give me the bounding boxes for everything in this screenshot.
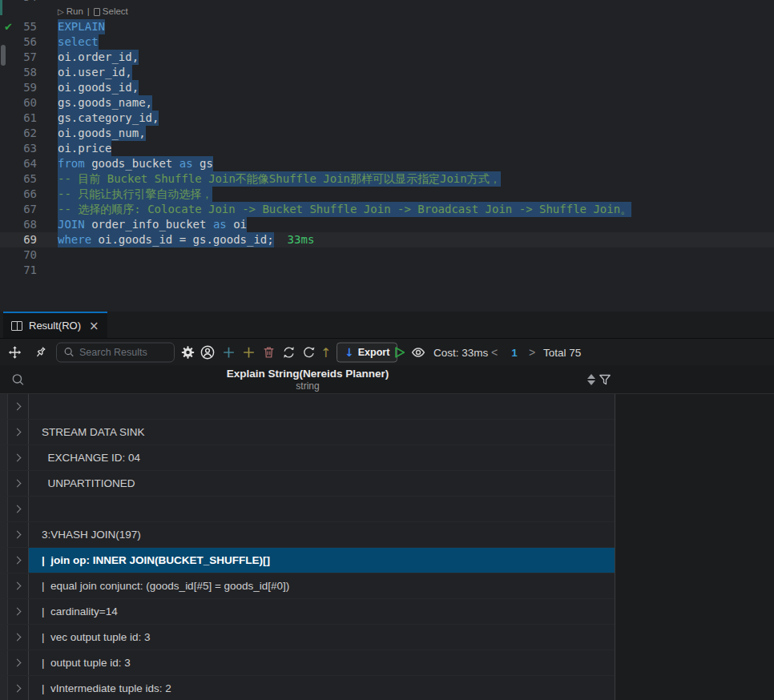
explain-cell[interactable]: EXCHANGE ID: 04 bbox=[29, 445, 615, 470]
row-expand-chevron[interactable] bbox=[8, 522, 29, 547]
code-line-66[interactable]: 66-- 只能让执行引擎自动选择， bbox=[0, 187, 774, 202]
line-number: 65 bbox=[19, 171, 37, 187]
up-arrow-icon[interactable]: ↑ bbox=[320, 344, 331, 360]
code-line-60[interactable]: 60gs.goods_name, bbox=[0, 95, 774, 111]
code-line-55[interactable]: ✔55EXPLAIN bbox=[0, 19, 774, 34]
gear-icon[interactable] bbox=[181, 345, 195, 359]
row-expand-chevron[interactable] bbox=[8, 497, 29, 521]
explain-row-12[interactable]: | vIntermediate tuple ids: 2 bbox=[0, 676, 615, 700]
codelens-divider: | bbox=[87, 4, 90, 19]
row-expand-chevron[interactable] bbox=[8, 650, 29, 675]
code-line-61[interactable]: 61gs.category_id, bbox=[0, 111, 774, 126]
code-line-56[interactable]: 56select bbox=[0, 34, 774, 50]
chevron-right-icon bbox=[14, 531, 22, 539]
search-input[interactable] bbox=[79, 347, 167, 358]
column-title-block[interactable]: Explain String(Nereids Planner) string bbox=[0, 365, 615, 393]
code-line-71[interactable]: 71 bbox=[0, 263, 774, 278]
code-line-63[interactable]: 63oi.price bbox=[0, 141, 774, 156]
tab-result-ro[interactable]: Result(RO) × bbox=[3, 312, 107, 338]
run-action[interactable]: ▷Run bbox=[58, 4, 83, 19]
row-expand-chevron[interactable] bbox=[8, 394, 29, 419]
row-margin bbox=[0, 394, 8, 419]
user-icon[interactable] bbox=[200, 345, 215, 360]
row-expand-chevron[interactable] bbox=[8, 445, 29, 470]
add-teal-icon[interactable] bbox=[222, 345, 236, 359]
code-token: gs.goods_name, bbox=[58, 95, 152, 111]
explain-row-2[interactable]: STREAM DATA SINK bbox=[0, 420, 615, 445]
explain-row-6[interactable]: 3:VHASH JOIN(197) bbox=[0, 522, 615, 548]
explain-row-3[interactable]: EXCHANGE ID: 04 bbox=[0, 445, 615, 471]
panel-tab-bar: Result(RO) × bbox=[0, 312, 774, 338]
explain-cell[interactable]: UNPARTITIONED bbox=[29, 471, 615, 496]
gutter-space bbox=[0, 217, 19, 232]
code-line-68[interactable]: 68JOIN order_info_bucket as oi bbox=[0, 217, 774, 232]
gutter-space bbox=[0, 247, 19, 263]
row-margin bbox=[0, 497, 8, 521]
gutter-space bbox=[0, 171, 19, 187]
add-yellow-icon[interactable] bbox=[242, 345, 256, 359]
code-line-67[interactable]: 67-- 选择的顺序: Colocate Join -> Bucket Shuf… bbox=[0, 202, 774, 217]
row-margin bbox=[0, 625, 8, 650]
code-token: oi.goods_num, bbox=[58, 126, 146, 141]
explain-cell[interactable]: 3:VHASH JOIN(197) bbox=[29, 522, 615, 547]
explain-row-10[interactable]: | vec output tuple id: 3 bbox=[0, 625, 615, 650]
code-line-58[interactable]: 58oi.user_id, bbox=[0, 65, 774, 80]
row-expand-chevron[interactable] bbox=[8, 625, 29, 650]
code-line-57[interactable]: 57oi.order_id, bbox=[0, 50, 774, 65]
sort-icon[interactable] bbox=[587, 374, 595, 385]
explain-cell[interactable]: | output tuple id: 3 bbox=[29, 650, 615, 675]
explain-row-11[interactable]: | output tuple id: 3 bbox=[0, 650, 615, 676]
run-triangle-icon: ▷ bbox=[58, 4, 64, 19]
code-line-69[interactable]: 69where oi.goods_id = gs.goods_id; 33ms bbox=[0, 232, 774, 247]
row-expand-chevron[interactable] bbox=[8, 548, 29, 573]
sync-icon[interactable] bbox=[282, 345, 296, 359]
results-grid[interactable]: STREAM DATA SINK EXCHANGE ID: 04 UNPARTI… bbox=[0, 394, 774, 700]
row-expand-chevron[interactable] bbox=[8, 420, 29, 445]
explain-row-1[interactable] bbox=[0, 394, 615, 420]
code-line-65[interactable]: 65-- 目前 Bucket Shuffle Join不能像Shuffle Jo… bbox=[0, 171, 774, 187]
code-line-64[interactable]: 64from goods_bucket as gs bbox=[0, 156, 774, 171]
explain-row-9[interactable]: | cardinality=14 bbox=[0, 599, 615, 625]
eye-icon[interactable] bbox=[410, 345, 426, 360]
export-button[interactable]: ↓ Export bbox=[337, 342, 397, 362]
explain-cell[interactable]: | join op: INNER JOIN(BUCKET_SHUFFLE)[] bbox=[29, 548, 615, 573]
explain-cell[interactable]: | equal join conjunct: (goods_id[#5] = g… bbox=[29, 573, 615, 598]
row-expand-chevron[interactable] bbox=[8, 676, 29, 700]
explain-cell[interactable] bbox=[29, 394, 615, 419]
prev-page-chevron[interactable]: < bbox=[491, 346, 498, 359]
row-expand-chevron[interactable] bbox=[8, 573, 29, 598]
select-action[interactable]: Select bbox=[94, 4, 128, 19]
line-number: 58 bbox=[19, 65, 37, 80]
column-header[interactable]: Explain String(Nereids Planner) string bbox=[0, 365, 774, 394]
code-text: from goods_bucket as gs bbox=[37, 156, 213, 171]
row-expand-chevron[interactable] bbox=[8, 471, 29, 496]
explain-cell[interactable] bbox=[29, 497, 615, 521]
row-expand-chevron[interactable] bbox=[8, 599, 29, 624]
code-text: -- 选择的顺序: Colocate Join -> Bucket Shuffl… bbox=[37, 202, 631, 217]
next-page-chevron[interactable]: > bbox=[529, 346, 535, 359]
filter-icon[interactable] bbox=[599, 372, 611, 386]
chevron-right-icon bbox=[14, 634, 22, 642]
search-results-box[interactable] bbox=[56, 342, 175, 362]
explain-cell[interactable]: | vec output tuple id: 3 bbox=[29, 625, 615, 650]
explain-row-5[interactable] bbox=[0, 497, 615, 522]
code-line-59[interactable]: 59oi.goods_id, bbox=[0, 80, 774, 95]
app-window: 54 ▷Run | Select ✔55EXPLAIN56select57oi.… bbox=[0, 0, 774, 700]
explain-row-4[interactable]: UNPARTITIONED bbox=[0, 471, 615, 497]
explain-cell[interactable]: | vIntermediate tuple ids: 2 bbox=[29, 676, 615, 700]
trash-icon[interactable] bbox=[262, 345, 276, 359]
code-line-70[interactable]: 70 bbox=[0, 247, 774, 263]
chevron-right-icon bbox=[14, 505, 22, 513]
close-icon[interactable]: × bbox=[89, 319, 99, 333]
play-icon[interactable] bbox=[392, 345, 406, 360]
code-line-62[interactable]: 62oi.goods_num, bbox=[0, 126, 774, 141]
move-icon[interactable] bbox=[8, 345, 22, 359]
pin-icon[interactable] bbox=[34, 345, 47, 359]
explain-cell[interactable]: | cardinality=14 bbox=[29, 599, 615, 624]
explain-cell[interactable]: STREAM DATA SINK bbox=[29, 420, 615, 445]
sql-editor[interactable]: 54 ▷Run | Select ✔55EXPLAIN56select57oi.… bbox=[0, 0, 774, 312]
explain-row-8[interactable]: | equal join conjunct: (goods_id[#5] = g… bbox=[0, 573, 615, 599]
reload-icon[interactable] bbox=[302, 345, 316, 359]
line-number: 62 bbox=[19, 126, 37, 141]
explain-row-7[interactable]: | join op: INNER JOIN(BUCKET_SHUFFLE)[] bbox=[0, 548, 615, 573]
